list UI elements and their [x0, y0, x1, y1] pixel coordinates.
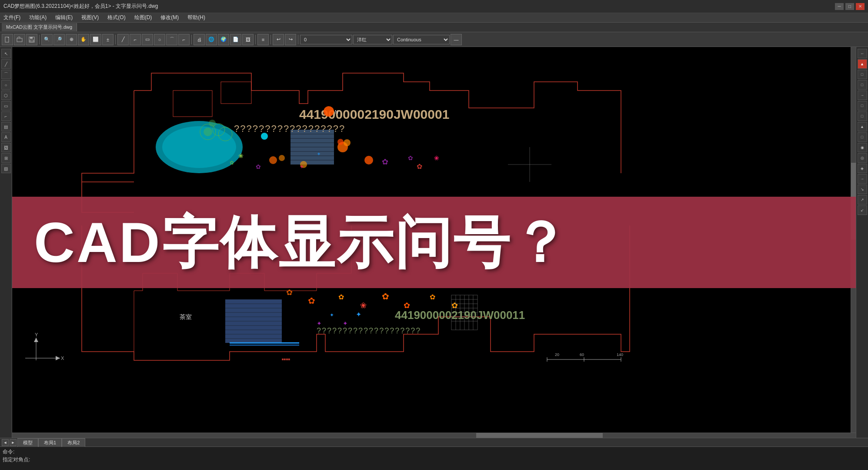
- menu-edit[interactable]: 编辑(E): [53, 13, 74, 22]
- maximize-button[interactable]: □: [845, 3, 854, 10]
- right-tool-12[interactable]: ◈: [858, 164, 867, 173]
- right-tool-16[interactable]: ↙: [858, 205, 867, 215]
- pdf-button[interactable]: 📄: [230, 34, 241, 45]
- menu-modify[interactable]: 修改(M): [159, 13, 180, 22]
- redo-button[interactable]: ↪: [285, 34, 296, 45]
- tab-bar: MxCAD云图 文字显示问号.dwg: [0, 23, 868, 32]
- left-panel: ↖ ╱ ⌒ ○ ⬡ ▭ ⌐ ▤ A 🖼 ⊞ ▧: [0, 47, 12, 438]
- svg-point-14: [209, 120, 216, 127]
- command-input[interactable]: [3, 463, 865, 470]
- hatch2-tool[interactable]: ▧: [1, 164, 11, 173]
- svg-text:✦: ✦: [317, 151, 321, 157]
- toolbar-separator-3: [191, 35, 192, 44]
- svg-point-11: [204, 128, 212, 136]
- right-tool-11[interactable]: ◎: [858, 153, 867, 163]
- sheet-tab-model[interactable]: 模型: [17, 438, 38, 447]
- right-tool-3[interactable]: □: [858, 70, 867, 79]
- table-tool[interactable]: ⊞: [1, 153, 11, 163]
- layer-select[interactable]: 0: [300, 35, 352, 44]
- undo-button[interactable]: ↩: [273, 34, 284, 45]
- right-tool-8[interactable]: ▲: [858, 122, 867, 131]
- svg-rect-3: [30, 37, 33, 39]
- window-controls: ─ □ ✕: [835, 3, 865, 10]
- svg-text:4419000002190JW00011: 4419000002190JW00011: [395, 309, 525, 322]
- menu-view[interactable]: 视图(V): [80, 13, 100, 22]
- right-tool-6[interactable]: □: [858, 101, 867, 111]
- canvas-area[interactable]: ✿ ✿ ✿ ✦ ✦ ✿ ❀ ✿ ❀ 4419000002190JW00001 ?…: [12, 47, 856, 438]
- sheet-nav-prev[interactable]: ◄: [2, 439, 9, 446]
- lineweight-button[interactable]: —: [451, 34, 462, 45]
- hatch-tool[interactable]: ▤: [1, 122, 11, 131]
- svg-text:140: 140: [617, 352, 623, 357]
- globe2-button[interactable]: 🌍: [218, 34, 229, 45]
- print-button[interactable]: 🖨: [194, 34, 205, 45]
- globe-button[interactable]: 🌐: [206, 34, 217, 45]
- right-tool-9[interactable]: □: [858, 132, 867, 142]
- save-button[interactable]: [26, 34, 37, 45]
- svg-point-42: [324, 106, 334, 117]
- draw-rect-tool[interactable]: ▭: [1, 101, 11, 111]
- h-scroll-thumb[interactable]: [476, 433, 603, 438]
- text-tool[interactable]: A: [1, 132, 11, 142]
- right-tool-15[interactable]: ↗: [858, 195, 867, 205]
- menu-bar: 文件(F) 功能(A) 编辑(E) 视图(V) 格式(O) 绘图(D) 修改(M…: [0, 13, 868, 23]
- polyline-button[interactable]: ⌐: [130, 34, 141, 45]
- draw-poly-tool[interactable]: ⌐: [1, 111, 11, 121]
- right-tool-4[interactable]: □: [858, 80, 867, 90]
- img-button[interactable]: 🖼: [242, 34, 254, 45]
- menu-draw[interactable]: 绘图(D): [133, 13, 154, 22]
- zoom-out-button[interactable]: 🔎: [53, 34, 65, 45]
- draw-line-tool[interactable]: ╱: [1, 59, 11, 69]
- svg-text:60: 60: [580, 352, 584, 357]
- svg-text:✦: ✦: [317, 320, 322, 327]
- minimize-button[interactable]: ─: [835, 3, 844, 10]
- open-button[interactable]: [14, 34, 25, 45]
- svg-text:✦: ✦: [343, 320, 348, 327]
- line-button[interactable]: ╱: [117, 34, 129, 45]
- sheet-tab-layout1[interactable]: 布局1: [38, 438, 62, 447]
- svg-text:✦: ✦: [330, 312, 334, 318]
- draw-arc-tool[interactable]: ⌒: [1, 70, 11, 79]
- right-tool-5[interactable]: →: [858, 91, 867, 100]
- document-tab[interactable]: MxCAD云图 文字显示问号.dwg: [2, 23, 77, 31]
- right-tool-1[interactable]: ↔: [858, 49, 867, 58]
- toolbar-separator-4: [255, 35, 256, 44]
- menu-help[interactable]: 帮助(H): [186, 13, 207, 22]
- command-line-2: 指定对角点:: [3, 456, 865, 463]
- arc-button[interactable]: ⌒: [166, 34, 177, 45]
- toolbar-separator-2: [115, 35, 116, 44]
- layers-button[interactable]: ≡: [257, 34, 269, 45]
- svg-text:Y: Y: [35, 332, 38, 337]
- sheet-tab-layout2[interactable]: 布局2: [62, 438, 85, 447]
- right-tool-14[interactable]: ↘: [858, 185, 867, 194]
- menu-file[interactable]: 文件(F): [2, 13, 22, 22]
- zoom-extent-button[interactable]: ⊕: [66, 34, 77, 45]
- right-tool-7[interactable]: □: [858, 111, 867, 121]
- zoom-window-button[interactable]: ⬜: [90, 34, 101, 45]
- close-button[interactable]: ✕: [856, 3, 865, 10]
- new-button[interactable]: [2, 34, 13, 45]
- linetype-select[interactable]: Continuous: [393, 35, 450, 44]
- svg-text:??????????????????: ??????????????????: [234, 123, 345, 134]
- draw-circle-tool[interactable]: ○: [1, 80, 11, 90]
- draw-polygon-tool[interactable]: ⬡: [1, 91, 11, 100]
- zoom-scale-button[interactable]: ±: [102, 34, 114, 45]
- color-select[interactable]: 洋红: [353, 35, 392, 44]
- fillet-button[interactable]: ⌐: [178, 34, 190, 45]
- pan-button[interactable]: ✋: [78, 34, 89, 45]
- sheet-nav-next[interactable]: ►: [10, 439, 17, 446]
- right-tool-2[interactable]: ▲: [858, 59, 867, 69]
- toolbar: 🔍 🔎 ⊕ ✋ ⬜ ± ╱ ⌐ ▭ ○ ⌒ ⌐ 🖨 🌐 🌍 📄 🖼 ≡ ↩ ↪ …: [0, 32, 868, 47]
- select-tool[interactable]: ↖: [1, 49, 11, 58]
- menu-function[interactable]: 功能(A): [27, 13, 48, 22]
- right-tool-13[interactable]: →: [858, 174, 867, 184]
- rect-button[interactable]: ▭: [142, 34, 153, 45]
- right-tool-10[interactable]: ◉: [858, 143, 867, 152]
- horizontal-scrollbar[interactable]: [12, 433, 856, 438]
- circle-button[interactable]: ○: [154, 34, 165, 45]
- image-tool[interactable]: 🖼: [1, 143, 11, 152]
- svg-point-27: [364, 156, 373, 164]
- zoom-in-button[interactable]: 🔍: [41, 34, 53, 45]
- svg-point-29: [279, 155, 285, 161]
- menu-format[interactable]: 格式(O): [106, 13, 127, 22]
